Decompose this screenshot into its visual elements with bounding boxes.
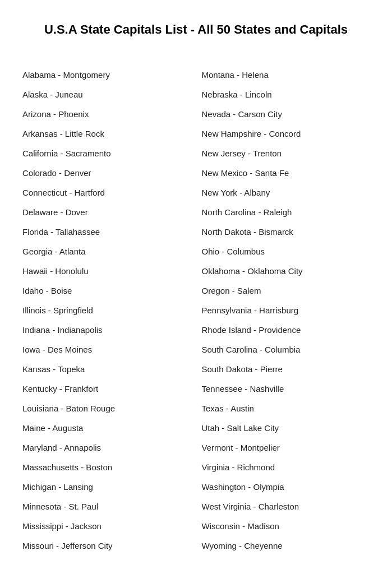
columns-container: Alabama - MontgomeryAlaska - JuneauArizo… <box>22 65 370 556</box>
list-item: Vermont - Montpelier <box>202 438 370 457</box>
list-item: Missouri - Jefferson City <box>22 536 191 556</box>
list-item: Alaska - Juneau <box>22 85 191 104</box>
left-column: Alabama - MontgomeryAlaska - JuneauArizo… <box>22 65 191 556</box>
list-item: Georgia - Atlanta <box>22 242 191 261</box>
list-item: Washington - Olympia <box>202 477 370 497</box>
list-item: Alabama - Montgomery <box>22 65 191 85</box>
list-item: Michigan - Lansing <box>22 477 191 497</box>
list-item: Wisconsin - Madison <box>202 516 370 536</box>
list-item: Oregon - Salem <box>202 281 370 300</box>
list-item: South Dakota - Pierre <box>202 359 370 379</box>
list-item: Idaho - Boise <box>22 281 191 300</box>
list-item: Rhode Island - Providence <box>202 320 370 340</box>
list-item: Montana - Helena <box>202 65 370 85</box>
list-item: Arizona - Phoenix <box>22 104 191 124</box>
list-item: Hawaii - Honolulu <box>22 261 191 281</box>
list-item: Tennessee - Nashville <box>202 379 370 399</box>
list-item: Delaware - Dover <box>22 202 191 222</box>
list-item: Nevada - Carson City <box>202 104 370 124</box>
list-item: Arkansas - Little Rock <box>22 124 191 144</box>
list-item: Maryland - Annapolis <box>22 438 191 457</box>
list-item: Mississippi - Jackson <box>22 516 191 536</box>
list-item: Ohio - Columbus <box>202 242 370 261</box>
list-item: Texas - Austin <box>202 399 370 418</box>
list-item: Nebraska - Lincoln <box>202 85 370 104</box>
list-item: Kentucky - Frankfort <box>22 379 191 399</box>
list-item: California - Sacramento <box>22 144 191 163</box>
list-item: Illinois - Springfield <box>22 300 191 320</box>
list-item: New Hampshire - Concord <box>202 124 370 144</box>
list-item: Minnesota - St. Paul <box>22 497 191 516</box>
list-item: South Carolina - Columbia <box>202 340 370 359</box>
list-item: Kansas - Topeka <box>22 359 191 379</box>
list-item: Wyoming - Cheyenne <box>202 536 370 556</box>
list-item: Florida - Tallahassee <box>22 222 191 242</box>
list-item: Virginia - Richmond <box>202 457 370 477</box>
list-item: Maine - Augusta <box>22 418 191 438</box>
page-title: U.S.A State Capitals List - All 50 State… <box>22 17 370 43</box>
list-item: Connecticut - Hartford <box>22 183 191 202</box>
list-item: New Jersey - Trenton <box>202 144 370 163</box>
list-item: Colorado - Denver <box>22 163 191 183</box>
right-column: Montana - HelenaNebraska - LincolnNevada… <box>202 65 370 556</box>
list-item: Pennsylvania - Harrisburg <box>202 300 370 320</box>
list-item: North Dakota - Bismarck <box>202 222 370 242</box>
list-item: Oklahoma - Oklahoma City <box>202 261 370 281</box>
list-item: Indiana - Indianapolis <box>22 320 191 340</box>
list-item: Iowa - Des Moines <box>22 340 191 359</box>
list-item: Utah - Salt Lake City <box>202 418 370 438</box>
list-item: Louisiana - Baton Rouge <box>22 399 191 418</box>
list-item: West Virginia - Charleston <box>202 497 370 516</box>
list-item: New York - Albany <box>202 183 370 202</box>
list-item: New Mexico - Santa Fe <box>202 163 370 183</box>
list-item: Massachusetts - Boston <box>22 457 191 477</box>
list-item: North Carolina - Raleigh <box>202 202 370 222</box>
